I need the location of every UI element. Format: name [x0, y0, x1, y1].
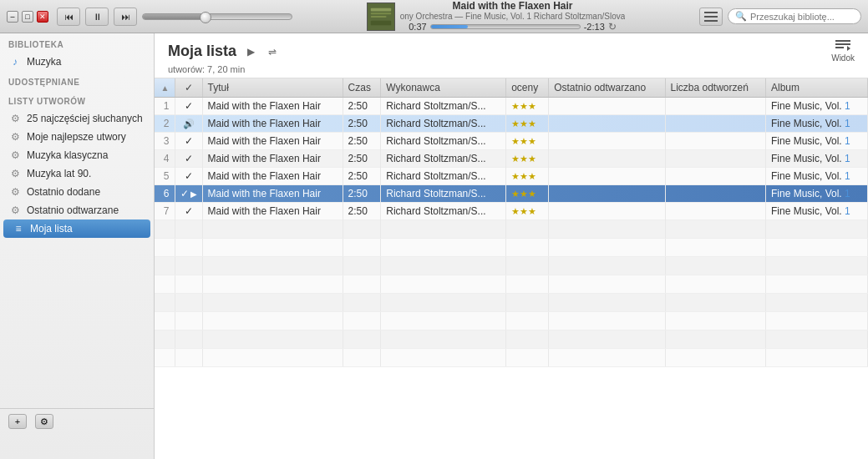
track-artist: Richard Stoltzman/S... — [381, 203, 506, 220]
sidebar-item-muzyka90[interactable]: ⚙ Muzyka lat 90. — [0, 164, 154, 183]
sidebar-item-25najczesciej[interactable]: ⚙ 25 najczęściej słuchanych — [0, 109, 154, 128]
sidebar-item-muzyka[interactable]: ♪ Muzyka — [0, 53, 154, 71]
svg-rect-8 — [835, 40, 850, 42]
table-row[interactable]: 1✓Maid with the Flaxen Hair2:50Richard S… — [155, 98, 868, 115]
track-album: Fine Music, Vol. 1 — [765, 185, 867, 203]
track-album: Fine Music, Vol. 1 — [765, 150, 867, 168]
album-link[interactable]: 1 — [845, 135, 850, 147]
play-playlist-button[interactable]: ▶ — [243, 44, 258, 59]
track-time: 2:50 — [343, 150, 381, 168]
svg-rect-7 — [704, 20, 718, 22]
track-rating[interactable]: ★★★ — [506, 150, 549, 168]
table-row[interactable]: 5✓Maid with the Flaxen Hair2:50Richard S… — [155, 168, 868, 185]
track-title: Maid with the Flaxen Hair — [202, 98, 343, 115]
track-check[interactable]: ✓ — [175, 150, 202, 168]
track-time: 2:50 — [343, 203, 381, 220]
album-link[interactable]: 1 — [845, 100, 850, 112]
pause-button[interactable]: ⏸ — [85, 8, 109, 26]
volume-slider[interactable] — [142, 13, 292, 20]
playback-progress[interactable] — [430, 24, 581, 29]
col-header-title[interactable]: Tytuł — [202, 78, 343, 98]
search-input[interactable] — [750, 12, 850, 22]
track-rating[interactable]: ★★★ — [506, 168, 549, 185]
menu-button[interactable] — [699, 8, 723, 26]
track-album: Fine Music, Vol. 1 — [765, 133, 867, 150]
album-link[interactable]: 1 — [845, 205, 850, 217]
track-album: Fine Music, Vol. 1 — [765, 115, 867, 133]
track-artist: Richard Stoltzman/S... — [381, 133, 506, 150]
gear-icon-3: ⚙ — [8, 149, 22, 161]
rewind-button[interactable]: ⏮ — [57, 8, 80, 26]
track-subtitle-text: ony Orchestra — Fine Music, Vol. 1 Richa… — [400, 12, 626, 21]
track-time: 2:50 — [343, 185, 381, 203]
repeat-icon[interactable]: ↻ — [608, 21, 617, 33]
track-num: 7 — [155, 203, 175, 220]
view-button[interactable]: Widok — [831, 40, 855, 63]
col-header-lastplayed[interactable]: Ostatnio odtwarzano — [549, 78, 665, 98]
gear-icon-4: ⚙ — [8, 168, 22, 179]
play-icon[interactable]: ▶ — [190, 189, 197, 199]
track-check[interactable]: ✓ — [175, 133, 202, 150]
sidebar-item-mojenajlepsze[interactable]: ⚙ Moje najlepsze utwory — [0, 128, 154, 146]
svg-rect-5 — [704, 12, 718, 13]
sidebar-dodane-label: Ostatnio dodane — [27, 186, 100, 198]
col-header-num[interactable]: ▲ — [155, 78, 175, 98]
svg-rect-10 — [835, 47, 844, 48]
table-row[interactable]: 3✓Maid with the Flaxen Hair2:50Richard S… — [155, 133, 868, 150]
sidebar: BIBLIOTEKA ♪ Muzyka UDOSTĘPNIANE LISTY U… — [0, 33, 155, 459]
sidebar-item-ostatniododane[interactable]: ⚙ Ostatnio dodane — [0, 183, 154, 201]
album-link[interactable]: 1 — [845, 188, 850, 199]
track-rating[interactable]: ★★★ — [506, 98, 549, 115]
minimize-button[interactable]: – — [7, 11, 18, 23]
track-time: 2:50 — [343, 115, 381, 133]
table-row[interactable]: 4✓Maid with the Flaxen Hair2:50Richard S… — [155, 150, 868, 168]
sidebar-item-mojalistal[interactable]: ≡ Moja lista — [3, 219, 150, 238]
track-lastplayed — [549, 150, 665, 168]
star-rating: ★★★ — [511, 171, 536, 181]
sidebar-item-ostatnioodtwarzane[interactable]: ⚙ Ostatnio odtwarzane — [0, 201, 154, 219]
album-link[interactable]: 1 — [845, 118, 850, 129]
col-header-time[interactable]: Czas — [343, 78, 381, 98]
gear-icon-5: ⚙ — [8, 186, 22, 198]
col-header-playcount[interactable]: Liczba odtworzeń — [665, 78, 765, 98]
maximize-button[interactable]: □ — [22, 11, 33, 23]
time-display: 0:37 -2:13 ↻ — [409, 21, 617, 33]
empty-row — [155, 275, 868, 294]
col-header-rating[interactable]: oceny — [506, 78, 549, 98]
close-button[interactable]: ✕ — [37, 11, 48, 23]
playlist-title-row: Moja lista ▶ ⇌ Widok — [168, 40, 855, 63]
col-header-album[interactable]: Album — [765, 78, 867, 98]
sidebar-item-muzykaklasyczna[interactable]: ⚙ Muzyka klasyczna — [0, 146, 154, 164]
col-header-artist[interactable]: Wykonawca — [381, 78, 506, 98]
add-playlist-button[interactable]: + — [8, 414, 27, 429]
col-header-check[interactable]: ✓ — [175, 78, 202, 98]
track-check[interactable]: 🔊 — [175, 115, 202, 133]
track-check[interactable]: ✓▶ — [175, 185, 202, 203]
track-album: Fine Music, Vol. 1 — [765, 98, 867, 115]
table-row[interactable]: 7✓Maid with the Flaxen Hair2:50Richard S… — [155, 203, 868, 220]
table-row[interactable]: 6✓▶Maid with the Flaxen Hair2:50Richard … — [155, 185, 868, 203]
track-check[interactable]: ✓ — [175, 168, 202, 185]
track-rating[interactable]: ★★★ — [506, 203, 549, 220]
music-icon: ♪ — [8, 56, 22, 68]
album-link[interactable]: 1 — [845, 170, 850, 182]
album-link[interactable]: 1 — [845, 153, 850, 164]
track-rating[interactable]: ★★★ — [506, 185, 549, 203]
track-rating[interactable]: ★★★ — [506, 133, 549, 150]
empty-row — [155, 220, 868, 239]
fast-forward-button[interactable]: ⏭ — [114, 8, 137, 26]
sidebar-klasyczna-label: Muzyka klasyczna — [27, 149, 108, 161]
track-check[interactable]: ✓ — [175, 203, 202, 220]
playlist-settings-button[interactable]: ⚙ — [35, 414, 53, 429]
table-row[interactable]: 2🔊Maid with the Flaxen Hair2:50Richard S… — [155, 115, 868, 133]
track-playcount — [665, 203, 765, 220]
track-time: 2:50 — [343, 168, 381, 185]
track-check[interactable]: ✓ — [175, 98, 202, 115]
track-rating[interactable]: ★★★ — [506, 115, 549, 133]
udostepniane-label: UDOSTĘPNIANE — [0, 71, 154, 90]
content-header: Moja lista ▶ ⇌ Widok utworów: 7, 20 min — [155, 33, 868, 78]
track-title: Maid with the Flaxen Hair — [202, 150, 343, 168]
svg-marker-11 — [847, 46, 850, 51]
sound-icon: 🔊 — [183, 119, 195, 129]
shuffle-button[interactable]: ⇌ — [265, 44, 280, 59]
